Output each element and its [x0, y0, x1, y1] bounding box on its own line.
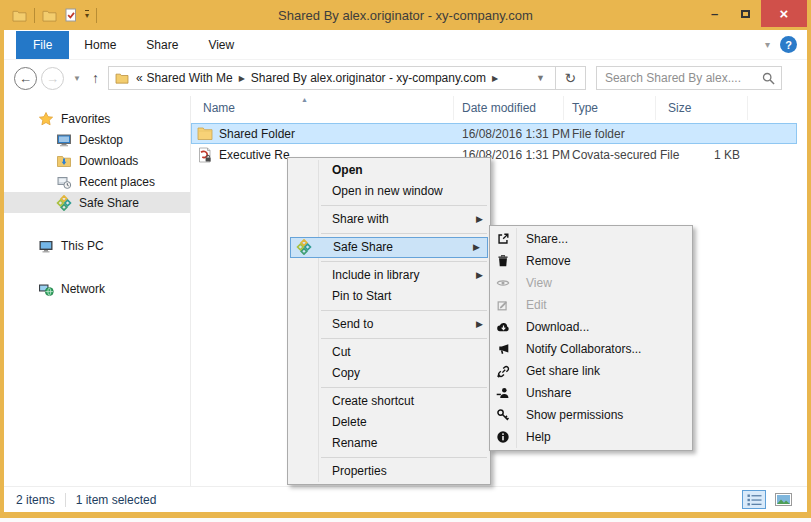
- menu-separator: [321, 233, 487, 234]
- context-menu-item-include-in-library[interactable]: Include in library ▶: [288, 265, 490, 286]
- menu-item-label: Show permissions: [526, 408, 623, 422]
- context-menu-item-share-with[interactable]: Share with ▶: [288, 209, 490, 230]
- star-icon: [38, 111, 54, 127]
- items-count: 2 items: [16, 493, 55, 507]
- safe-share-icon: [296, 239, 312, 255]
- tab-home[interactable]: Home: [69, 31, 131, 59]
- context-menu-item-open[interactable]: Open: [288, 160, 490, 181]
- sidebar-item-network[interactable]: Network: [4, 278, 190, 299]
- up-button[interactable]: ↑: [92, 70, 99, 86]
- context-menu-item-rename[interactable]: Rename: [288, 433, 490, 454]
- sidebar-item-desktop[interactable]: Desktop: [4, 129, 190, 150]
- tab-share[interactable]: Share: [131, 31, 193, 59]
- column-header-type[interactable]: Type: [564, 96, 656, 120]
- column-header-date-modified[interactable]: Date modified: [454, 96, 564, 120]
- sidebar-item-downloads[interactable]: Downloads: [4, 150, 190, 171]
- submenu-item-get-share-link[interactable]: Get share link: [490, 360, 692, 382]
- window-system-icon[interactable]: [12, 9, 27, 22]
- submenu-item-unshare[interactable]: Unshare: [490, 382, 692, 404]
- recent-locations-icon[interactable]: ▼: [73, 74, 81, 83]
- navigation-toolbar: ← → ▼ ↑ « Shared With Me ▶ Shared By ale…: [4, 60, 807, 96]
- help-icon[interactable]: ?: [780, 36, 797, 53]
- submenu-item-edit[interactable]: Edit: [490, 294, 692, 316]
- sidebar-item-label: Network: [61, 282, 105, 296]
- info-icon: [495, 429, 511, 445]
- sidebar-item-this-pc[interactable]: This PC: [4, 235, 190, 256]
- submenu-arrow-icon: ▶: [473, 238, 480, 257]
- menu-item-label: Get share link: [526, 364, 600, 378]
- context-menu-item-send-to[interactable]: Send to ▶: [288, 314, 490, 335]
- submenu-item-notify-collaborators[interactable]: Notify Collaborators...: [490, 338, 692, 360]
- submenu-item-show-permissions[interactable]: Show permissions: [490, 404, 692, 426]
- menu-item-label: Edit: [526, 298, 547, 312]
- megaphone-icon: [495, 341, 511, 357]
- qat-customize-icon[interactable]: ▾: [85, 10, 89, 20]
- context-menu-item-safe-share[interactable]: Safe Share ▶: [290, 237, 488, 258]
- breadcrumb-collapsed-prefix[interactable]: «: [134, 71, 145, 85]
- menu-item-label: Unshare: [526, 386, 571, 400]
- sidebar-item-safe-share[interactable]: Safe Share: [4, 192, 190, 213]
- link-icon: [495, 363, 511, 379]
- menu-separator: [321, 261, 487, 262]
- menu-item-label: Share...: [526, 232, 568, 246]
- qat-folder-icon[interactable]: [42, 9, 57, 22]
- details-view-icon: [747, 494, 762, 506]
- back-button[interactable]: ←: [14, 67, 37, 90]
- search-box: [596, 66, 782, 90]
- submenu-item-view[interactable]: View: [490, 272, 692, 294]
- sort-ascending-icon: ▲: [301, 96, 308, 103]
- file-row-shared-folder[interactable]: Shared Folder 16/08/2016 1:31 PM File fo…: [191, 123, 797, 144]
- expand-ribbon-icon[interactable]: ▾: [765, 39, 770, 50]
- menu-item-label: Remove: [526, 254, 571, 268]
- large-icons-view-button[interactable]: [771, 490, 795, 509]
- column-header-size[interactable]: Size: [656, 96, 748, 120]
- context-menu-item-open-in-new-window[interactable]: Open in new window: [288, 181, 490, 202]
- address-dropdown-icon[interactable]: ▼: [530, 73, 551, 83]
- column-header-name[interactable]: Name: [191, 96, 454, 120]
- breadcrumb-chevron-icon[interactable]: ▶: [488, 74, 502, 83]
- tab-view[interactable]: View: [193, 31, 249, 59]
- details-view-button[interactable]: [742, 490, 766, 509]
- maximize-button[interactable]: [730, 0, 761, 27]
- sidebar-item-recent-places[interactable]: Recent places: [4, 171, 190, 192]
- submenu-item-help[interactable]: Help: [490, 426, 692, 448]
- context-menu-item-properties[interactable]: Properties: [288, 461, 490, 482]
- sidebar-item-favorites[interactable]: Favorites: [4, 108, 190, 129]
- context-menu: Open Open in new window Share with ▶ Saf…: [287, 157, 491, 485]
- close-button[interactable]: ×: [761, 0, 807, 27]
- file-type-cell: File folder: [564, 127, 656, 141]
- breadcrumb-chevron-icon[interactable]: ▶: [235, 74, 249, 83]
- breadcrumb-shared-with-me[interactable]: Shared With Me: [145, 71, 235, 85]
- address-bar[interactable]: « Shared With Me ▶ Shared By alex.origin…: [108, 66, 556, 90]
- submenu-item-remove[interactable]: Remove: [490, 250, 692, 272]
- context-menu-item-copy[interactable]: Copy: [288, 363, 490, 384]
- submenu-item-share[interactable]: Share...: [490, 228, 692, 250]
- file-row-executive-report[interactable]: Executive Re 16/08/2016 1:31 PM Covata-s…: [191, 144, 797, 165]
- safe-share-submenu: Share... Remove View Edit Download...: [489, 225, 693, 451]
- sidebar-item-label: This PC: [61, 239, 104, 253]
- file-type-cell: Covata-secured File: [564, 148, 656, 162]
- forward-button[interactable]: →: [41, 67, 64, 90]
- context-menu-item-create-shortcut[interactable]: Create shortcut: [288, 391, 490, 412]
- title-bar: ▾ Shared By alex.originator - xy-company…: [4, 0, 807, 30]
- menu-separator: [321, 205, 487, 206]
- address-folder-icon: [115, 72, 129, 84]
- sidebar-item-label: Recent places: [79, 175, 155, 189]
- tab-file[interactable]: File: [16, 31, 69, 59]
- context-menu-item-cut[interactable]: Cut: [288, 342, 490, 363]
- explorer-window: ▾ Shared By alex.originator - xy-company…: [0, 0, 811, 518]
- refresh-button[interactable]: ↻: [556, 66, 586, 90]
- qat-properties-icon[interactable]: [64, 8, 78, 22]
- context-menu-item-delete[interactable]: Delete: [288, 412, 490, 433]
- context-menu-item-pin-to-start[interactable]: Pin to Start: [288, 286, 490, 307]
- column-headers: ▲ Name Date modified Type Size: [191, 96, 807, 120]
- minimize-button[interactable]: –: [699, 0, 730, 27]
- submenu-item-download[interactable]: Download...: [490, 316, 692, 338]
- window-title: Shared By alex.originator - xy-company.c…: [4, 8, 807, 23]
- search-icon[interactable]: [762, 72, 775, 85]
- eye-icon: [495, 275, 511, 291]
- cloud-download-icon: [495, 319, 511, 335]
- breadcrumb-current-folder[interactable]: Shared By alex.originator - xy-company.c…: [249, 71, 488, 85]
- status-separator: [65, 493, 66, 507]
- search-input[interactable]: [603, 70, 762, 86]
